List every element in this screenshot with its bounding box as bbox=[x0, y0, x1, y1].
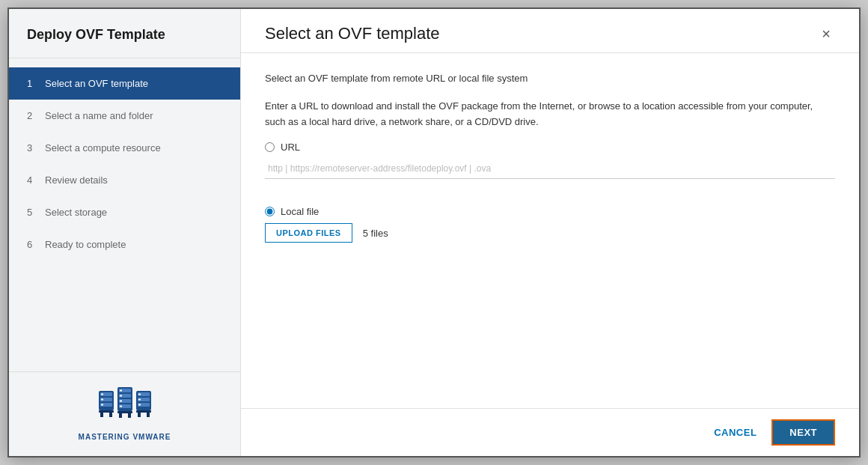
step-label-2: Select a name and folder bbox=[45, 110, 153, 121]
step-num-5: 5 bbox=[27, 207, 37, 218]
step-num-6: 6 bbox=[27, 239, 37, 250]
step-num-1: 1 bbox=[27, 78, 37, 89]
svg-rect-12 bbox=[120, 390, 122, 392]
sidebar-step-2[interactable]: 2Select a name and folder bbox=[9, 100, 240, 132]
url-radio-row: URL bbox=[265, 142, 835, 153]
step-label-3: Select a compute resource bbox=[45, 142, 161, 154]
url-input[interactable] bbox=[265, 159, 835, 179]
local-file-label[interactable]: Local file bbox=[281, 206, 319, 217]
step-label-1: Select an OVF template bbox=[45, 78, 148, 89]
local-radio-group: Local file UPLOAD FILES 5 files bbox=[265, 206, 835, 243]
main-content: Select an OVF template from remote URL o… bbox=[241, 53, 859, 408]
sidebar-title: Deploy OVF Template bbox=[9, 9, 240, 58]
deploy-ovf-dialog: Deploy OVF Template 1Select an OVF templ… bbox=[7, 7, 861, 458]
sidebar-steps: 1Select an OVF template2Select a name an… bbox=[9, 58, 240, 371]
svg-rect-13 bbox=[120, 395, 122, 397]
step-num-3: 3 bbox=[27, 142, 37, 154]
sidebar-step-6[interactable]: 6Ready to complete bbox=[9, 228, 240, 261]
main-title: Select an OVF template bbox=[265, 24, 440, 43]
sidebar: Deploy OVF Template 1Select an OVF templ… bbox=[9, 9, 241, 456]
svg-rect-26 bbox=[100, 413, 103, 417]
svg-rect-21 bbox=[138, 399, 141, 401]
next-button[interactable]: NEXT bbox=[771, 419, 835, 446]
svg-rect-28 bbox=[119, 413, 122, 418]
main-header: Select an OVF template × bbox=[241, 9, 859, 53]
step-num-2: 2 bbox=[27, 110, 37, 121]
step-label-6: Ready to complete bbox=[45, 239, 126, 250]
svg-rect-20 bbox=[138, 394, 141, 395]
local-file-radio[interactable] bbox=[265, 207, 275, 216]
files-count-label: 5 files bbox=[363, 228, 388, 239]
url-radio-group: URL bbox=[265, 142, 835, 194]
description-line1: Select an OVF template from remote URL o… bbox=[265, 71, 835, 87]
svg-rect-31 bbox=[147, 413, 150, 417]
main-footer: CANCEL NEXT bbox=[241, 408, 859, 456]
svg-rect-27 bbox=[109, 413, 112, 417]
svg-rect-5 bbox=[101, 399, 103, 401]
sidebar-step-1: 1Select an OVF template bbox=[9, 67, 240, 100]
svg-rect-4 bbox=[101, 394, 103, 395]
url-radio[interactable] bbox=[265, 142, 275, 152]
svg-rect-23 bbox=[99, 410, 114, 413]
svg-rect-22 bbox=[138, 404, 141, 406]
svg-rect-6 bbox=[101, 404, 103, 406]
svg-rect-25 bbox=[136, 410, 151, 413]
svg-rect-24 bbox=[117, 411, 132, 413]
sidebar-step-3[interactable]: 3Select a compute resource bbox=[9, 132, 240, 164]
sidebar-step-4[interactable]: 4Review details bbox=[9, 164, 240, 196]
step-label-5: Select storage bbox=[45, 207, 107, 218]
upload-files-button[interactable]: UPLOAD FILES bbox=[265, 223, 352, 243]
sidebar-step-5[interactable]: 5Select storage bbox=[9, 196, 240, 228]
svg-rect-29 bbox=[128, 413, 131, 418]
dialog-body: Deploy OVF Template 1Select an OVF templ… bbox=[9, 9, 859, 456]
main-panel: Select an OVF template × Select an OVF t… bbox=[241, 9, 859, 456]
step-num-4: 4 bbox=[27, 174, 37, 186]
logo-text: MASTERING VMWARE bbox=[79, 433, 171, 441]
svg-rect-14 bbox=[120, 401, 122, 402]
local-radio-row: Local file bbox=[265, 206, 835, 217]
upload-row: UPLOAD FILES 5 files bbox=[265, 223, 835, 243]
svg-rect-30 bbox=[138, 413, 141, 417]
sidebar-logo: MASTERING VMWARE bbox=[9, 371, 240, 456]
step-label-4: Review details bbox=[45, 174, 108, 186]
cancel-button[interactable]: CANCEL bbox=[708, 422, 762, 443]
description-line2: Enter a URL to download and install the … bbox=[265, 99, 835, 130]
url-radio-label[interactable]: URL bbox=[281, 142, 300, 153]
vmware-logo-icon bbox=[99, 387, 151, 428]
close-button[interactable]: × bbox=[817, 25, 835, 43]
svg-rect-15 bbox=[120, 406, 122, 407]
